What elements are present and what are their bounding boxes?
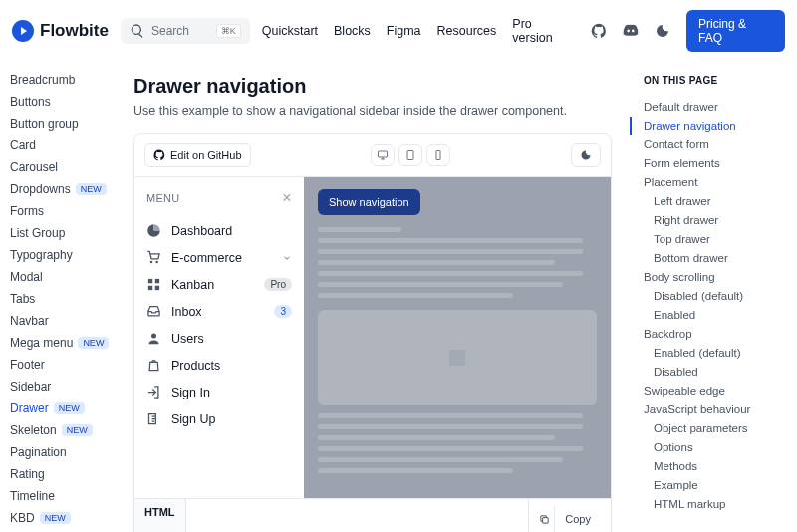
toc-item[interactable]: JavaScript behaviour <box>644 400 787 419</box>
skeleton-placeholder <box>318 227 597 473</box>
moon-icon[interactable] <box>655 23 670 39</box>
pill-badge: Pro <box>264 278 292 291</box>
sidebar-item-navbar[interactable]: Navbar <box>10 310 116 332</box>
brand-logo[interactable]: Flowbite <box>12 20 109 42</box>
toc-item[interactable]: Bottom drawer <box>644 249 787 268</box>
toc-item[interactable]: Disabled (default) <box>644 287 787 306</box>
toc-header: ON THIS PAGE <box>644 75 787 86</box>
sidebar-item-rating[interactable]: Rating <box>10 463 116 485</box>
sidebar-item-timeline[interactable]: Timeline <box>10 485 116 507</box>
code-tab-html[interactable]: HTML <box>134 499 186 532</box>
svg-rect-0 <box>379 151 388 157</box>
search-key: ⌘K <box>216 24 241 38</box>
toc-item[interactable]: Drawer navigation <box>630 117 787 135</box>
drawer-item-products[interactable]: Products <box>146 352 292 379</box>
new-badge: NEW <box>76 183 107 195</box>
bag-icon <box>146 358 161 373</box>
toc-item[interactable]: Enabled <box>644 306 787 325</box>
toc-item[interactable]: Form elements <box>644 154 787 173</box>
sidebar-item-kbd[interactable]: KBDNEW <box>10 507 116 529</box>
svg-rect-3 <box>148 279 152 283</box>
nav-blocks[interactable]: Blocks <box>334 24 371 38</box>
toc-item[interactable]: Example <box>644 476 787 495</box>
logo-icon <box>12 20 34 42</box>
nav-pro[interactable]: Pro version <box>512 17 575 45</box>
svg-point-7 <box>151 334 156 339</box>
view-desktop-icon[interactable] <box>371 144 395 166</box>
sidebar-item-forms[interactable]: Forms <box>10 200 116 222</box>
github-icon[interactable] <box>591 23 607 39</box>
new-badge: NEW <box>62 424 93 436</box>
sidebar-item-dropdowns[interactable]: DropdownsNEW <box>10 178 116 200</box>
toc-item[interactable]: Default drawer <box>644 98 787 117</box>
drawer-item-users[interactable]: Users <box>146 325 292 352</box>
drawer-item-dashboard[interactable]: Dashboard <box>146 217 292 244</box>
search-icon <box>130 23 145 39</box>
sidebar-item-buttons[interactable]: Buttons <box>10 91 116 113</box>
left-sidebar: BreadcrumbButtonsButton groupCardCarouse… <box>0 63 116 532</box>
drawer-item-inbox[interactable]: Inbox3 <box>146 298 292 325</box>
drawer-item-sign-up[interactable]: Sign Up <box>146 405 292 432</box>
sidebar-item-skeleton[interactable]: SkeletonNEW <box>10 419 116 441</box>
svg-rect-1 <box>407 151 413 160</box>
nav-quickstart[interactable]: Quickstart <box>262 24 318 38</box>
grid-icon <box>146 277 161 292</box>
toc-item[interactable]: Left drawer <box>644 192 787 211</box>
drawer-item-kanban[interactable]: KanbanPro <box>146 271 292 298</box>
svg-rect-2 <box>436 151 440 160</box>
sidebar-item-tabs[interactable]: Tabs <box>10 288 116 310</box>
toc-item[interactable]: Swipeable edge <box>644 382 787 400</box>
toc-item[interactable]: Backdrop <box>644 325 787 344</box>
toc-item[interactable]: HTML markup <box>644 495 787 514</box>
sidebar-item-sidebar[interactable]: Sidebar <box>10 376 116 398</box>
pie-icon <box>146 223 161 238</box>
user-icon <box>146 331 161 346</box>
drawer-item-sign-in[interactable]: Sign In <box>146 379 292 405</box>
sidebar-item-drawer[interactable]: DrawerNEW <box>10 398 116 419</box>
brand-name: Flowbite <box>40 21 109 41</box>
svg-rect-5 <box>148 286 152 290</box>
search-placeholder: Search <box>151 24 189 38</box>
copy-button[interactable]: Copy <box>528 499 611 532</box>
drawer-item-e-commerce[interactable]: E-commerce <box>146 244 292 271</box>
view-tablet-icon[interactable] <box>398 144 422 166</box>
toc-item[interactable]: Top drawer <box>644 230 787 249</box>
sidebar-item-pagination[interactable]: Pagination <box>10 441 116 463</box>
show-navigation-button[interactable]: Show navigation <box>318 189 420 215</box>
sidebar-item-breadcrumb[interactable]: Breadcrumb <box>10 69 116 91</box>
chevron-down-icon <box>282 253 292 263</box>
toc-item[interactable]: Right drawer <box>644 211 787 230</box>
sidebar-item-mega-menu[interactable]: Mega menuNEW <box>10 332 116 354</box>
toc-item[interactable]: Enabled (default) <box>644 344 787 363</box>
sidebar-item-modal[interactable]: Modal <box>10 266 116 288</box>
sidebar-item-list-group[interactable]: List Group <box>10 222 116 244</box>
preview-theme-toggle[interactable] <box>571 143 601 167</box>
new-badge: NEW <box>54 402 85 414</box>
nav-figma[interactable]: Figma <box>387 24 421 38</box>
sidebar-item-carousel[interactable]: Carousel <box>10 156 116 178</box>
edit-github-button[interactable]: Edit on GitHub <box>144 143 251 167</box>
new-badge: NEW <box>40 512 71 524</box>
drawer-close-icon[interactable]: × <box>282 189 292 207</box>
toc-item[interactable]: Object parameters <box>644 419 787 438</box>
moon-icon <box>580 149 592 161</box>
toc-item[interactable]: Methods <box>644 457 787 476</box>
sidebar-item-typography[interactable]: Typography <box>10 244 116 266</box>
toc-item[interactable]: Options <box>644 438 787 457</box>
drawer: MENU× DashboardE-commerceKanbanProInbox3… <box>134 177 304 498</box>
sidebar-item-button-group[interactable]: Button group <box>10 113 116 134</box>
toc-item[interactable]: Placement <box>644 173 787 192</box>
pricing-button[interactable]: Pricing & FAQ <box>686 10 785 52</box>
sidebar-item-footer[interactable]: Footer <box>10 354 116 376</box>
toc-item[interactable]: Body scrolling <box>644 268 787 287</box>
discord-icon[interactable] <box>623 23 639 39</box>
toc-item[interactable]: Disabled <box>644 363 787 382</box>
nav-resources[interactable]: Resources <box>437 24 497 38</box>
view-mobile-icon[interactable] <box>426 144 450 166</box>
search-input[interactable]: Search ⌘K <box>121 18 250 44</box>
sidebar-item-card[interactable]: Card <box>10 134 116 156</box>
svg-rect-4 <box>155 279 159 283</box>
page-title: Drawer navigation <box>133 75 612 98</box>
toc-item[interactable]: Contact form <box>644 135 787 154</box>
signup-icon <box>146 411 161 426</box>
